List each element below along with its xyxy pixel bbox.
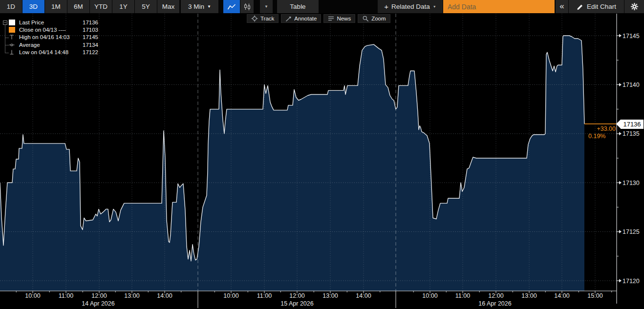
candlestick-chart-type-button[interactable] (240, 0, 254, 13)
time-label: 12:00 (91, 292, 107, 299)
legend-expander-icon[interactable] (3, 21, 7, 25)
pct-change-label: 0.19% (588, 133, 605, 140)
time-label: 12:00 (289, 292, 304, 299)
track-tool-button[interactable]: Track (247, 14, 279, 23)
interval-label: 3 Min (188, 3, 204, 10)
edit-chart-button[interactable]: Edit Chart (569, 0, 624, 13)
legend-label: Last Price (19, 20, 78, 25)
zoom-tool-button[interactable]: Zoom (358, 14, 390, 23)
period-tab-1y[interactable]: 1Y (112, 0, 134, 13)
period-tab-5y[interactable]: 5Y (135, 0, 157, 13)
y-tick-arrow (619, 279, 622, 283)
legend-label: Average (19, 42, 78, 48)
last-price-swatch-icon (9, 20, 15, 25)
related-data-button[interactable]: + Related Data ▼ (378, 0, 443, 13)
y-axis-label: 17125 (623, 228, 640, 235)
news-lines-icon (328, 16, 334, 21)
chart-settings-button[interactable] (624, 0, 644, 13)
time-label: 14:00 (157, 292, 172, 299)
legend-row-5[interactable]: Low on 04/14 14:4817122 (2, 49, 98, 56)
high-marker-icon (9, 34, 15, 40)
price-area-fill (0, 36, 584, 291)
period-tab-1m[interactable]: 1M (45, 0, 67, 13)
period-tabs: 1D3D1M6MYTD1Y5YMax (0, 0, 179, 13)
table-button-label: Table (290, 3, 305, 10)
table-button[interactable]: Table (277, 0, 319, 13)
chart-tools-row: TrackAnnotateNewsZoom (247, 14, 390, 23)
chevron-down-icon: ▼ (264, 5, 268, 9)
gear-icon (630, 2, 639, 11)
time-label: 12:00 (488, 292, 503, 299)
legend-value: 17122 (78, 49, 98, 55)
chart-window: 17145171401713517130171251712010:0011:00… (0, 0, 644, 309)
time-label: 10:00 (25, 292, 40, 299)
y-tick-arrow (619, 181, 622, 185)
legend-row-3[interactable]: High on 04/16 14:0317145 (2, 34, 98, 41)
low-marker-icon (9, 49, 15, 55)
y-tick-arrow (619, 83, 622, 86)
net-change-label: +33.00 (567, 125, 616, 132)
line-chart-icon (227, 3, 236, 10)
time-label: 13:00 (322, 292, 338, 299)
date-label: 16 Apr 2026 (478, 300, 511, 307)
chart-style-dropdown[interactable]: ▼ (260, 0, 273, 13)
double-chevron-left-icon: « (559, 1, 564, 11)
chevron-down-icon: ▼ (433, 5, 436, 8)
period-tab-3d[interactable]: 3D (22, 0, 44, 13)
chart-legend: Last Price17136Close on 04/13 ----17103H… (2, 19, 98, 56)
time-label: 15:00 (587, 292, 602, 299)
legend-label: High on 04/16 14:03 (19, 34, 78, 40)
edit-chart-label: Edit Chart (587, 3, 616, 10)
collapse-toolbar-button[interactable]: « (556, 0, 568, 13)
last-price-axis-badge: 17136 (621, 120, 644, 129)
time-label: 11:00 (455, 292, 470, 299)
time-label: 13:00 (521, 292, 537, 299)
period-tab-max[interactable]: Max (157, 0, 179, 13)
y-tick-arrow (619, 34, 622, 38)
y-axis-label: 17140 (623, 82, 640, 88)
legend-value: 17145 (78, 34, 98, 40)
time-label: 10:00 (422, 292, 437, 299)
candlestick-icon (243, 3, 251, 11)
line-chart-type-button[interactable] (223, 0, 240, 13)
period-tab-ytd[interactable]: YTD (90, 0, 112, 13)
top-toolbar: 1D3D1M6MYTD1Y5YMax 3 Min ▼ ▼ Table + (0, 0, 644, 13)
news-tool-button[interactable]: News (323, 14, 355, 23)
close-swatch-icon (9, 27, 15, 33)
y-tick-arrow (619, 132, 622, 135)
plus-icon: + (384, 3, 388, 10)
magnifier-icon (362, 15, 369, 22)
annotate-tool-button[interactable]: Annotate (281, 14, 321, 23)
y-axis-label: 17130 (623, 180, 640, 186)
time-label: 13:00 (124, 292, 139, 299)
news-tool-label: News (337, 16, 351, 21)
y-tick-arrow (619, 230, 622, 233)
time-label: 14:00 (554, 292, 569, 299)
interval-dropdown[interactable]: 3 Min ▼ (181, 0, 218, 13)
legend-row-1[interactable]: Last Price17136 (2, 19, 98, 26)
time-label: 11:00 (59, 292, 73, 299)
zoom-tool-label: Zoom (371, 16, 386, 21)
legend-value: 17134 (78, 42, 98, 48)
annotate-tool-label: Annotate (294, 16, 317, 21)
last-price-value: 17136 (623, 121, 641, 128)
related-data-label: Related Data (391, 3, 430, 10)
toolbar-spacer (319, 0, 377, 13)
add-data-input[interactable] (443, 0, 555, 13)
period-tab-1d[interactable]: 1D (0, 0, 22, 13)
chevron-down-icon: ▼ (207, 5, 211, 9)
crosshair-icon (251, 15, 258, 22)
date-label: 15 Apr 2026 (280, 300, 313, 307)
legend-value: 17103 (78, 27, 98, 33)
date-label: 14 Apr 2026 (82, 300, 114, 307)
legend-label: Low on 04/14 14:48 (19, 49, 78, 55)
annotate-pencil-icon (285, 16, 292, 22)
y-axis-label: 17135 (623, 130, 640, 137)
time-label: 14:00 (356, 292, 371, 299)
time-label: 10:00 (223, 292, 238, 299)
legend-row-2[interactable]: Close on 04/13 ----17103 (2, 26, 98, 33)
pencil-icon (577, 3, 583, 10)
period-tab-6m[interactable]: 6M (67, 0, 89, 13)
legend-label: Close on 04/13 ---- (19, 27, 78, 33)
legend-row-4[interactable]: Average17134 (2, 41, 98, 48)
